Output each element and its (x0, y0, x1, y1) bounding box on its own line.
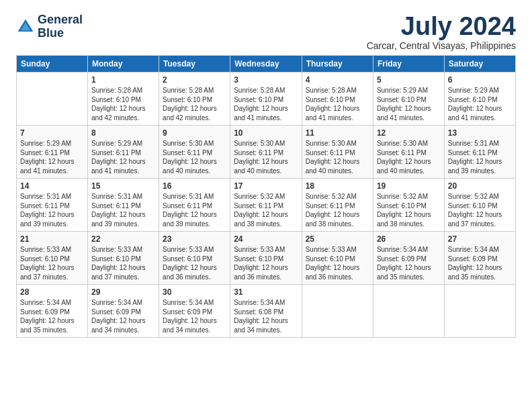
day-number: 1 (91, 75, 155, 85)
day-number: 26 (377, 234, 441, 244)
day-number: 24 (234, 234, 298, 244)
calendar-cell: 1Sunrise: 5:28 AM Sunset: 6:10 PM Daylig… (88, 73, 159, 126)
day-info: Sunrise: 5:32 AM Sunset: 6:11 PM Dayligh… (234, 192, 298, 228)
day-number: 15 (91, 181, 155, 191)
day-number: 3 (234, 75, 298, 85)
calendar-cell: 31Sunrise: 5:34 AM Sunset: 6:08 PM Dayli… (230, 285, 302, 338)
calendar-cell: 9Sunrise: 5:30 AM Sunset: 6:11 PM Daylig… (159, 126, 230, 179)
calendar-cell: 4Sunrise: 5:28 AM Sunset: 6:10 PM Daylig… (302, 73, 373, 126)
calendar-header-thursday: Thursday (302, 56, 373, 73)
calendar-cell (17, 73, 88, 126)
day-info: Sunrise: 5:31 AM Sunset: 6:11 PM Dayligh… (163, 192, 226, 228)
day-number: 30 (163, 287, 226, 297)
day-number: 2 (163, 75, 226, 85)
calendar-cell: 22Sunrise: 5:33 AM Sunset: 6:10 PM Dayli… (88, 232, 159, 285)
title-section: July 2024 Carcar, Central Visayas, Phili… (367, 13, 516, 51)
day-info: Sunrise: 5:30 AM Sunset: 6:11 PM Dayligh… (234, 139, 298, 175)
calendar-cell: 21Sunrise: 5:33 AM Sunset: 6:10 PM Dayli… (17, 232, 88, 285)
day-info: Sunrise: 5:33 AM Sunset: 6:10 PM Dayligh… (234, 245, 298, 281)
calendar-header-row: SundayMondayTuesdayWednesdayThursdayFrid… (17, 56, 516, 73)
calendar-cell: 20Sunrise: 5:32 AM Sunset: 6:10 PM Dayli… (444, 179, 515, 232)
calendar-week-3: 14Sunrise: 5:31 AM Sunset: 6:11 PM Dayli… (17, 179, 516, 232)
calendar-cell (302, 285, 373, 338)
calendar-header-friday: Friday (373, 56, 444, 73)
day-info: Sunrise: 5:31 AM Sunset: 6:11 PM Dayligh… (91, 192, 155, 228)
day-info: Sunrise: 5:34 AM Sunset: 6:09 PM Dayligh… (163, 298, 226, 334)
calendar-cell: 18Sunrise: 5:32 AM Sunset: 6:11 PM Dayli… (302, 179, 373, 232)
calendar-header-saturday: Saturday (444, 56, 515, 73)
day-info: Sunrise: 5:28 AM Sunset: 6:10 PM Dayligh… (163, 86, 226, 122)
day-info: Sunrise: 5:33 AM Sunset: 6:10 PM Dayligh… (20, 245, 84, 281)
calendar-cell: 12Sunrise: 5:30 AM Sunset: 6:11 PM Dayli… (373, 126, 444, 179)
header: General Blue July 2024 Carcar, Central V… (16, 13, 516, 51)
day-number: 13 (448, 128, 512, 138)
calendar-cell: 23Sunrise: 5:33 AM Sunset: 6:10 PM Dayli… (159, 232, 230, 285)
calendar-header-tuesday: Tuesday (159, 56, 230, 73)
logo-text: General Blue (38, 13, 83, 40)
day-number: 8 (91, 128, 155, 138)
day-number: 19 (377, 181, 441, 191)
day-number: 27 (448, 234, 512, 244)
calendar-cell: 16Sunrise: 5:31 AM Sunset: 6:11 PM Dayli… (159, 179, 230, 232)
day-info: Sunrise: 5:34 AM Sunset: 6:09 PM Dayligh… (448, 245, 512, 281)
day-info: Sunrise: 5:31 AM Sunset: 6:11 PM Dayligh… (20, 192, 84, 228)
day-info: Sunrise: 5:28 AM Sunset: 6:10 PM Dayligh… (234, 86, 298, 122)
day-number: 5 (377, 75, 441, 85)
calendar-cell: 7Sunrise: 5:29 AM Sunset: 6:11 PM Daylig… (17, 126, 88, 179)
day-info: Sunrise: 5:31 AM Sunset: 6:11 PM Dayligh… (448, 139, 512, 175)
calendar-cell: 3Sunrise: 5:28 AM Sunset: 6:10 PM Daylig… (230, 73, 302, 126)
day-number: 20 (448, 181, 512, 191)
day-number: 28 (20, 287, 84, 297)
day-info: Sunrise: 5:33 AM Sunset: 6:10 PM Dayligh… (163, 245, 226, 281)
calendar-cell: 26Sunrise: 5:34 AM Sunset: 6:09 PM Dayli… (373, 232, 444, 285)
calendar-cell: 6Sunrise: 5:29 AM Sunset: 6:10 PM Daylig… (444, 73, 515, 126)
calendar-cell: 11Sunrise: 5:30 AM Sunset: 6:11 PM Dayli… (302, 126, 373, 179)
day-info: Sunrise: 5:29 AM Sunset: 6:10 PM Dayligh… (448, 86, 512, 122)
day-number: 10 (234, 128, 298, 138)
calendar-header-monday: Monday (88, 56, 159, 73)
calendar-cell: 19Sunrise: 5:32 AM Sunset: 6:10 PM Dayli… (373, 179, 444, 232)
calendar-cell: 29Sunrise: 5:34 AM Sunset: 6:09 PM Dayli… (88, 285, 159, 338)
day-info: Sunrise: 5:28 AM Sunset: 6:10 PM Dayligh… (91, 86, 155, 122)
day-info: Sunrise: 5:28 AM Sunset: 6:10 PM Dayligh… (306, 86, 369, 122)
day-number: 7 (20, 128, 84, 138)
calendar-cell: 10Sunrise: 5:30 AM Sunset: 6:11 PM Dayli… (230, 126, 302, 179)
day-info: Sunrise: 5:32 AM Sunset: 6:11 PM Dayligh… (306, 192, 369, 228)
calendar-cell: 2Sunrise: 5:28 AM Sunset: 6:10 PM Daylig… (159, 73, 230, 126)
calendar-cell: 24Sunrise: 5:33 AM Sunset: 6:10 PM Dayli… (230, 232, 302, 285)
calendar-week-4: 21Sunrise: 5:33 AM Sunset: 6:10 PM Dayli… (17, 232, 516, 285)
calendar-table: SundayMondayTuesdayWednesdayThursdayFrid… (16, 55, 516, 338)
day-number: 29 (91, 287, 155, 297)
day-info: Sunrise: 5:29 AM Sunset: 6:11 PM Dayligh… (91, 139, 155, 175)
day-info: Sunrise: 5:34 AM Sunset: 6:08 PM Dayligh… (234, 298, 298, 334)
day-number: 21 (20, 234, 84, 244)
day-info: Sunrise: 5:34 AM Sunset: 6:09 PM Dayligh… (91, 298, 155, 334)
day-info: Sunrise: 5:29 AM Sunset: 6:11 PM Dayligh… (20, 139, 84, 175)
day-number: 14 (20, 181, 84, 191)
day-number: 17 (234, 181, 298, 191)
day-number: 18 (306, 181, 369, 191)
calendar-cell: 14Sunrise: 5:31 AM Sunset: 6:11 PM Dayli… (17, 179, 88, 232)
calendar-header-sunday: Sunday (17, 56, 88, 73)
day-info: Sunrise: 5:34 AM Sunset: 6:09 PM Dayligh… (377, 245, 441, 281)
calendar-week-5: 28Sunrise: 5:34 AM Sunset: 6:09 PM Dayli… (17, 285, 516, 338)
calendar-cell (444, 285, 515, 338)
day-info: Sunrise: 5:30 AM Sunset: 6:11 PM Dayligh… (306, 139, 369, 175)
location-subtitle: Carcar, Central Visayas, Philippines (367, 40, 516, 51)
day-info: Sunrise: 5:29 AM Sunset: 6:10 PM Dayligh… (377, 86, 441, 122)
logo: General Blue (16, 13, 83, 40)
calendar-cell: 13Sunrise: 5:31 AM Sunset: 6:11 PM Dayli… (444, 126, 515, 179)
day-number: 11 (306, 128, 369, 138)
calendar-cell: 27Sunrise: 5:34 AM Sunset: 6:09 PM Dayli… (444, 232, 515, 285)
calendar-cell: 17Sunrise: 5:32 AM Sunset: 6:11 PM Dayli… (230, 179, 302, 232)
day-info: Sunrise: 5:33 AM Sunset: 6:10 PM Dayligh… (306, 245, 369, 281)
day-number: 12 (377, 128, 441, 138)
calendar-cell: 25Sunrise: 5:33 AM Sunset: 6:10 PM Dayli… (302, 232, 373, 285)
day-number: 6 (448, 75, 512, 85)
calendar-week-2: 7Sunrise: 5:29 AM Sunset: 6:11 PM Daylig… (17, 126, 516, 179)
day-info: Sunrise: 5:32 AM Sunset: 6:10 PM Dayligh… (448, 192, 512, 228)
calendar-cell (373, 285, 444, 338)
calendar-cell: 5Sunrise: 5:29 AM Sunset: 6:10 PM Daylig… (373, 73, 444, 126)
calendar-cell: 28Sunrise: 5:34 AM Sunset: 6:09 PM Dayli… (17, 285, 88, 338)
day-info: Sunrise: 5:30 AM Sunset: 6:11 PM Dayligh… (377, 139, 441, 175)
